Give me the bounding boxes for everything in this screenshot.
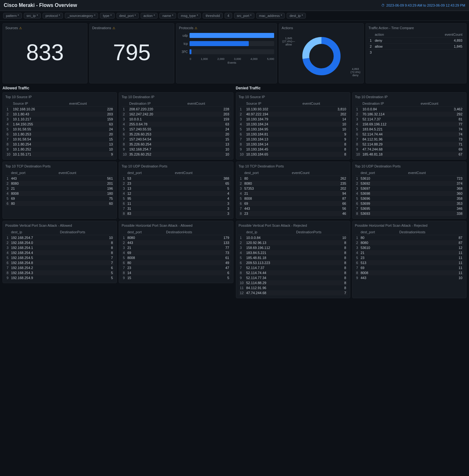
table-row: 42194 [239, 191, 347, 196]
table-row: 2443133 [122, 240, 230, 245]
sources-panel: Sources ⚠ 833 [3, 23, 87, 83]
table-row: 7192.168.254.26 [5, 265, 114, 270]
table-row: 3192.168.254.18 [5, 245, 114, 250]
traffic-action-row: 1deny4,893 [368, 38, 464, 44]
filter-threshold[interactable]: threshold [203, 13, 222, 19]
table-row: 110.130.93.1023,810 [239, 107, 347, 112]
filter-mac-address[interactable]: mac_address * [256, 13, 285, 19]
table-row: 4255.0.64.7863 [122, 122, 230, 127]
table-row: 9192.168.254.710 [122, 147, 230, 152]
table-row: 72347 [122, 265, 230, 270]
table-row: 8833 [122, 211, 230, 216]
table-row: 153388 [122, 176, 230, 181]
traffic-action-row: 2allow1,845 [368, 44, 464, 50]
table-row: 1184.112.91.968 [239, 285, 347, 290]
donut-svg [300, 34, 343, 78]
table-row: 321196 [5, 186, 114, 191]
actions-panel-title: Actions [282, 26, 361, 30]
table-row: 76911 [355, 265, 464, 270]
table-row: 310.193.184.7914 [239, 117, 347, 122]
filter-protocol[interactable]: protocol * [43, 13, 63, 19]
bar-3pc: 3PC [179, 49, 274, 54]
table-row: 253692374 [355, 181, 464, 186]
allowed-scan-tables: Possible Vertical Port Scan Attack - All… [3, 221, 233, 283]
table-row: 610.1.80.25320 [5, 132, 114, 137]
allowed-horizontal-scan-panel: Possible Horizontal Port Scan Attack - A… [119, 221, 233, 283]
denied-dest-ip-panel: Top 10 Destination IP Destination IP eve… [352, 92, 466, 160]
table-row: 42111 [355, 250, 464, 255]
traffic-action-table: action eventCount 1deny4,8932allow1,8453 [368, 32, 464, 55]
table-row: 46973 [122, 250, 230, 255]
denied-source-ip-table: Source IP eventCount 110.130.93.1023,810… [239, 101, 347, 157]
filter-action[interactable]: action * [141, 13, 158, 19]
table-row: 180262 [239, 176, 347, 181]
header: Cisco Meraki - Flows Overview ⏱ 2023-06-… [0, 0, 469, 11]
denied-horizontal-scan-panel: Possible Horizontal Port Scan Attack - R… [352, 221, 466, 298]
traffic-action-row: 3 [368, 50, 464, 56]
traffic-action-title: Traffic Action - Time Compare [368, 26, 464, 30]
deny-label: 4,893 (72.6%) deny [351, 67, 361, 77]
filter-src-port[interactable]: src_port * [234, 13, 254, 19]
page-title: Cisco Meraki - Flows Overview [4, 3, 77, 8]
table-row: 1010.1.55.1719 [5, 152, 114, 157]
filter-bar: pattern * src_ip * protocol * _sourcecat… [0, 11, 469, 21]
destinations-panel-title: Destinations ⚠ [92, 26, 171, 30]
table-row: 810.1.80.25413 [5, 142, 114, 147]
filter-type[interactable]: type * [100, 13, 114, 19]
table-row: 784.112.91.9673 [355, 137, 464, 142]
table-row: 1035.226.60.25210 [122, 152, 230, 157]
filter-threshold-value[interactable]: 4 [225, 13, 232, 19]
allowed-tcp-table: dest_port eventCount 1443561280802013211… [5, 170, 114, 206]
table-row: 28080201 [5, 181, 114, 186]
table-row: 240.97.222.194202 [239, 112, 347, 117]
table-row: 2162.247.242.20203 [122, 112, 230, 117]
filter-sourcecategory[interactable]: _sourcecategory * [65, 13, 98, 19]
table-row: 2192.168.254.08 [5, 240, 114, 245]
filter-dest-port[interactable]: dest_port * [117, 13, 139, 19]
allowed-ports-tables: Top 10 TCP Destination Ports dest_port e… [3, 161, 233, 219]
table-row: 752.114.7.378 [239, 265, 347, 270]
table-row: 1443561 [5, 176, 114, 181]
allowed-horizontal-scan-table: dest_port DestinationHosts 1808017924431… [122, 229, 230, 280]
table-row: 651311 [355, 260, 464, 265]
denied-horizontal-scan-table: dest_port DestinationHosts 1808728080873… [355, 229, 464, 280]
table-row: 153610723 [355, 176, 464, 181]
table-row: 270.186.32.114292 [355, 112, 464, 117]
allowed-top-ip-tables: Top 10 Source IP Source IP eventCount 11… [3, 92, 233, 160]
table-row: 110.0.0.843,462 [355, 107, 464, 112]
table-row: 3135 [122, 186, 230, 191]
table-row: 5185.48.81.188 [239, 255, 347, 260]
protocols-warn-icon: ⚠ [195, 26, 197, 30]
filter-name[interactable]: name * [159, 13, 176, 19]
protocol-chart: udp tcp 3PC [179, 32, 274, 66]
sources-count: 833 [5, 32, 85, 73]
table-row: 944310 [355, 275, 464, 280]
time-range: ⏱ 2023-06-09 9:43:29 AM to 2023-06-09 12… [381, 3, 465, 7]
allowed-source-ip-table: Source IP eventCount 1192.168.10.2622821… [5, 101, 114, 157]
denied-vertical-scan-panel: Possible Vertical Port Scan Attack - Rej… [236, 221, 350, 298]
table-row: 835.226.60.25413 [122, 142, 230, 147]
table-row: 352.114.7.3781 [355, 117, 464, 122]
table-row: 952.114.77.348 [239, 275, 347, 280]
table-row: 5157.240.55.5524 [122, 127, 230, 132]
clock-icon: ⏱ [381, 3, 385, 7]
table-row: 853693338 [355, 211, 464, 216]
table-row: 6209.53.113.2238 [239, 260, 347, 265]
filter-dest-ip[interactable]: dest_ip * [287, 13, 306, 19]
donut-chart: 1,845 (27.4%)— allow 4,893 (72.6%) deny [282, 32, 361, 81]
table-row: 18080179 [122, 235, 230, 241]
table-row: 4192.168.254.48 [5, 250, 114, 255]
filter-msg-type[interactable]: msg_type * [178, 13, 201, 19]
filter-src-ip[interactable]: src_ip * [24, 13, 41, 19]
table-row: 35361012 [355, 245, 464, 250]
table-row: 1010.193.184.658 [239, 152, 347, 157]
table-row: 744356 [239, 206, 347, 211]
table-row: 68049 [122, 260, 230, 265]
allowed-udp-panel: Top 10 UDP Destination Ports dest_port e… [119, 161, 233, 219]
filter-pattern[interactable]: pattern * [3, 13, 22, 19]
allowed-denied-wrapper: Allowed Traffic Top 10 Source IP Source … [3, 86, 466, 298]
denied-top-ip-tables: Top 10 Source IP Source IP eventCount 11… [236, 92, 467, 160]
table-row: 5800887 [239, 196, 347, 201]
chart-xlabel: Events [179, 61, 274, 64]
protocols-panel: Protocols ⚠ udp tcp 3PC [176, 23, 277, 83]
